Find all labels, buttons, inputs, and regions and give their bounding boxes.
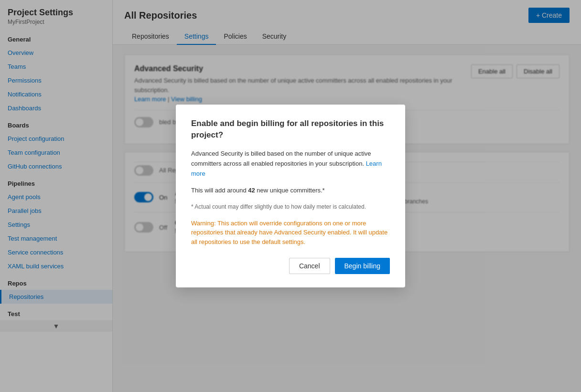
dialog-title: Enable and begin billing for all reposit… <box>191 118 390 141</box>
dialog-overlay: Enable and begin billing for all reposit… <box>113 45 581 392</box>
dialog-note: * Actual count may differ slightly due t… <box>191 202 390 211</box>
dialog-warning: Warning: This action will override confi… <box>191 219 390 247</box>
dialog-body: Advanced Security is billed based on the… <box>191 149 390 179</box>
dialog-actions: Cancel Begin billing <box>191 258 390 274</box>
dialog-committers: This will add around 42 new unique commi… <box>191 186 390 196</box>
main-content: All Repositories + Create Repositories S… <box>113 0 581 392</box>
content-area: Advanced Security Advanced Security is b… <box>113 45 581 392</box>
billing-dialog: Enable and begin billing for all reposit… <box>176 105 405 287</box>
begin-billing-button[interactable]: Begin billing <box>335 258 390 274</box>
app-container: Project Settings MyFirstProject General … <box>0 0 581 392</box>
cancel-button[interactable]: Cancel <box>289 258 330 274</box>
